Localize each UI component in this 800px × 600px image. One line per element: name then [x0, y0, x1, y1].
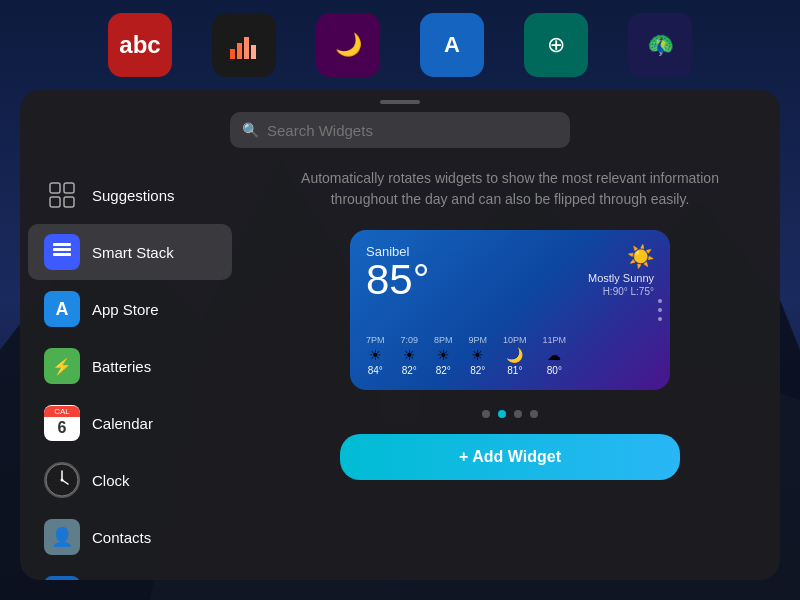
widget-scroll-dots: [658, 299, 662, 321]
batteries-icon: ⚡: [44, 348, 80, 384]
suggestions-icon: [44, 177, 80, 213]
search-bar[interactable]: 🔍: [230, 112, 570, 148]
weather-top-section: Sanibel 85° ☀️ Mostly Sunny H:90° L:75°: [366, 244, 654, 301]
weather-hour-2: 7:09 ☀ 82°: [401, 335, 419, 376]
smartstack-icon: [44, 234, 80, 270]
page-indicator: [482, 410, 538, 418]
add-widget-button[interactable]: + Add Widget: [340, 434, 680, 480]
sidebar-item-contacts-label: Contacts: [92, 529, 151, 546]
weather-left: Sanibel 85°: [366, 244, 430, 301]
weather-hour-3: 8PM ☀ 82°: [434, 335, 453, 376]
hour-icon-3: ☀: [437, 347, 450, 363]
sidebar-item-clock[interactable]: Clock: [28, 452, 232, 508]
sidebar-item-clock-label: Clock: [92, 472, 130, 489]
sidebar-item-appstore[interactable]: A App Store: [28, 281, 232, 337]
weather-right: ☀️ Mostly Sunny H:90° L:75°: [588, 244, 654, 297]
sidebar-item-batteries[interactable]: ⚡ Batteries: [28, 338, 232, 394]
hour-time-4: 9PM: [469, 335, 488, 345]
dropbox-icon: [44, 576, 80, 580]
page-dot-2: [498, 410, 506, 418]
top-icons-bar: abc 🌙 A ⊕ 🦚: [0, 0, 800, 90]
sidebar-item-suggestions[interactable]: Suggestions: [28, 167, 232, 223]
weather-hi-lo: H:90° L:75°: [603, 286, 654, 297]
sidebar-item-suggestions-label: Suggestions: [92, 187, 175, 204]
page-dot-3: [514, 410, 522, 418]
svg-rect-14: [53, 243, 71, 246]
hour-temp-4: 82°: [470, 365, 485, 376]
top-icon-textgrab: A: [420, 13, 484, 77]
weather-hour-5: 10PM 🌙 81°: [503, 335, 527, 376]
hour-temp-5: 81°: [507, 365, 522, 376]
weather-condition: Mostly Sunny: [588, 272, 654, 284]
top-icon-pbs: abc: [108, 13, 172, 77]
sidebar-item-calendar-label: Calendar: [92, 415, 153, 432]
sidebar-item-contacts[interactable]: 👤 Contacts: [28, 509, 232, 565]
svg-rect-13: [53, 253, 71, 256]
clock-icon: [44, 462, 80, 498]
hour-icon-4: ☀: [471, 347, 484, 363]
sidebar-item-smartstack-label: Smart Stack: [92, 244, 174, 261]
hour-temp-6: 80°: [547, 365, 562, 376]
svg-rect-5: [237, 43, 242, 59]
svg-point-18: [61, 479, 64, 482]
sidebar-item-batteries-label: Batteries: [92, 358, 151, 375]
hour-time-6: 11PM: [543, 335, 567, 345]
sidebar-item-smartstack[interactable]: Smart Stack: [28, 224, 232, 280]
weather-hour-6: 11PM ☁ 80°: [543, 335, 567, 376]
hour-icon-6: ☁: [547, 347, 561, 363]
search-icon: 🔍: [242, 122, 259, 138]
svg-rect-4: [230, 49, 235, 59]
top-icon-stats: [212, 13, 276, 77]
hour-temp-1: 84°: [368, 365, 383, 376]
svg-rect-11: [64, 197, 74, 207]
contacts-icon: 👤: [44, 519, 80, 555]
weather-hourly: 7PM ☀ 84° 7:09 ☀ 82° 8PM ☀ 82°: [366, 335, 654, 376]
svg-rect-7: [251, 45, 256, 59]
svg-rect-10: [50, 197, 60, 207]
svg-rect-12: [53, 248, 71, 251]
hour-temp-3: 82°: [436, 365, 451, 376]
weather-widget-preview: Sanibel 85° ☀️ Mostly Sunny H:90° L:75°: [350, 230, 670, 390]
hour-time-3: 8PM: [434, 335, 453, 345]
sidebar-item-appstore-label: App Store: [92, 301, 159, 318]
svg-rect-8: [50, 183, 60, 193]
sidebar: Suggestions Smart Stack A App Sto: [20, 158, 240, 580]
weather-hour-4: 9PM ☀ 82°: [469, 335, 488, 376]
hour-temp-2: 82°: [402, 365, 417, 376]
widget-preview-area: Automatically rotates widgets to show th…: [240, 158, 780, 580]
hour-time-5: 10PM: [503, 335, 527, 345]
calendar-icon: CAL 6: [44, 405, 80, 441]
hour-icon-5: 🌙: [506, 347, 523, 363]
widget-description: Automatically rotates widgets to show th…: [270, 168, 750, 210]
top-icon-textsoap: ⊕: [524, 13, 588, 77]
hour-time-1: 7PM: [366, 335, 385, 345]
drag-handle: [380, 100, 420, 104]
sidebar-item-calendar[interactable]: CAL 6 Calendar: [28, 395, 232, 451]
top-icon-nbc: 🦚: [628, 13, 692, 77]
appstore-icon: A: [44, 291, 80, 327]
weather-temperature: 85°: [366, 259, 430, 301]
hour-icon-2: ☀: [403, 347, 416, 363]
hour-icon-1: ☀: [369, 347, 382, 363]
search-input[interactable]: [267, 122, 558, 139]
weather-sun-icon: ☀️: [627, 244, 654, 270]
svg-rect-9: [64, 183, 74, 193]
page-dot-1: [482, 410, 490, 418]
sidebar-item-dropbox[interactable]: Dropbox: [28, 566, 232, 580]
hour-time-2: 7:09: [401, 335, 419, 345]
widget-picker-panel: 🔍 Suggestions: [20, 90, 780, 580]
weather-hour-1: 7PM ☀ 84°: [366, 335, 385, 376]
panel-content: Suggestions Smart Stack A App Sto: [20, 158, 780, 580]
page-dot-4: [530, 410, 538, 418]
top-icon-focus: 🌙: [316, 13, 380, 77]
svg-rect-6: [244, 37, 249, 59]
